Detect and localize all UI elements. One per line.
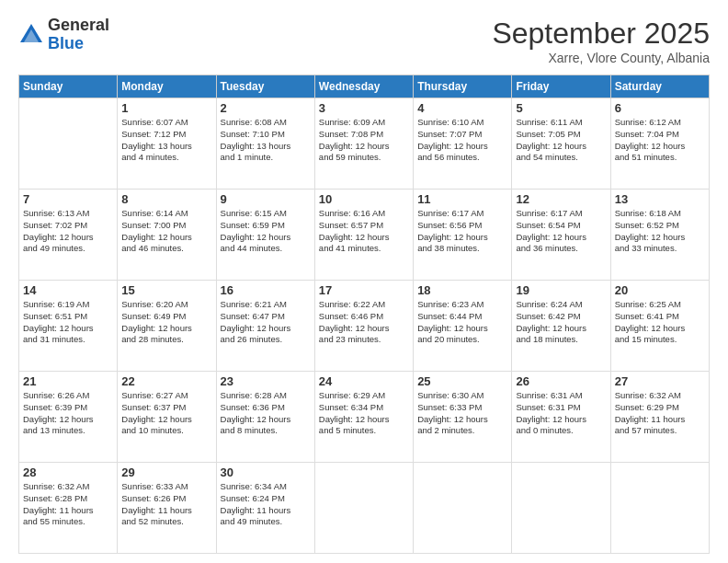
cell-info-line: Sunrise: 6:24 AM xyxy=(516,299,606,311)
calendar-week-row: 1Sunrise: 6:07 AMSunset: 7:12 PMDaylight… xyxy=(19,98,710,190)
day-number: 26 xyxy=(516,374,606,388)
location-title: Xarre, Vlore County, Albania xyxy=(492,51,710,65)
cell-info-line: Sunrise: 6:27 AM xyxy=(121,390,211,402)
cell-info-line: Sunset: 7:10 PM xyxy=(221,129,311,141)
cell-info-line: Daylight: 12 hours xyxy=(221,323,311,335)
day-number: 22 xyxy=(121,374,211,388)
cell-info-line: Daylight: 12 hours xyxy=(319,232,409,244)
calendar-cell: 1Sunrise: 6:07 AMSunset: 7:12 PMDaylight… xyxy=(118,98,216,190)
cell-info-line: Sunset: 6:29 PM xyxy=(615,402,705,414)
calendar-cell: 3Sunrise: 6:09 AMSunset: 7:08 PMDaylight… xyxy=(314,98,413,190)
cell-info-line: and 13 minutes. xyxy=(23,425,113,437)
cell-info-line: Sunrise: 6:25 AM xyxy=(615,299,705,311)
cell-info-line: and 36 minutes. xyxy=(516,243,606,255)
day-number: 17 xyxy=(319,283,409,297)
calendar-cell: 18Sunrise: 6:23 AMSunset: 6:44 PMDayligh… xyxy=(414,281,512,372)
cell-info-line: Sunrise: 6:08 AM xyxy=(221,117,311,129)
cell-info-line: Sunrise: 6:18 AM xyxy=(615,208,705,220)
cell-info-line: Daylight: 12 hours xyxy=(121,232,211,244)
cell-info-line: and 56 minutes. xyxy=(417,152,507,164)
cell-info-line: Daylight: 12 hours xyxy=(417,141,507,153)
calendar-cell: 13Sunrise: 6:18 AMSunset: 6:52 PMDayligh… xyxy=(610,190,709,281)
calendar-cell: 6Sunrise: 6:12 AMSunset: 7:04 PMDaylight… xyxy=(610,98,709,190)
calendar-cell: 28Sunrise: 6:32 AMSunset: 6:28 PMDayligh… xyxy=(19,463,118,554)
cell-info-line: Sunrise: 6:23 AM xyxy=(417,299,507,311)
cell-info-line: Sunrise: 6:31 AM xyxy=(516,390,606,402)
logo-blue: Blue xyxy=(48,35,109,53)
day-number: 18 xyxy=(417,283,507,297)
calendar-cell: 27Sunrise: 6:32 AMSunset: 6:29 PMDayligh… xyxy=(610,372,709,463)
cell-info-line: Sunrise: 6:16 AM xyxy=(319,208,409,220)
logo-icon xyxy=(18,22,44,48)
cell-info-line: Daylight: 12 hours xyxy=(516,232,606,244)
cell-info-line: and 2 minutes. xyxy=(417,425,507,437)
cell-info-line: and 10 minutes. xyxy=(121,425,211,437)
cell-info-line: Daylight: 12 hours xyxy=(319,323,409,335)
cell-info-line: and 31 minutes. xyxy=(23,334,113,346)
calendar-cell: 16Sunrise: 6:21 AMSunset: 6:47 PMDayligh… xyxy=(216,281,314,372)
cell-info-line: and 8 minutes. xyxy=(221,425,311,437)
cell-info-line: Daylight: 11 hours xyxy=(121,505,211,517)
calendar-cell: 5Sunrise: 6:11 AMSunset: 7:05 PMDaylight… xyxy=(512,98,610,190)
cell-info-line: Sunset: 6:56 PM xyxy=(417,220,507,232)
calendar-cell: 10Sunrise: 6:16 AMSunset: 6:57 PMDayligh… xyxy=(314,190,413,281)
cell-info-line: Daylight: 12 hours xyxy=(319,141,409,153)
cell-info-line: Daylight: 12 hours xyxy=(121,323,211,335)
cell-info-line: Sunset: 6:24 PM xyxy=(221,493,311,505)
cell-info-line: Daylight: 12 hours xyxy=(417,323,507,335)
cell-info-line: Sunrise: 6:15 AM xyxy=(221,208,311,220)
cell-info-line: and 20 minutes. xyxy=(417,334,507,346)
calendar-cell xyxy=(414,463,512,554)
cell-info-line: and 15 minutes. xyxy=(615,334,705,346)
day-number: 5 xyxy=(516,101,606,115)
cell-info-line: and 51 minutes. xyxy=(615,152,705,164)
calendar-header-sunday: Sunday xyxy=(19,75,118,98)
calendar-cell: 21Sunrise: 6:26 AMSunset: 6:39 PMDayligh… xyxy=(19,372,118,463)
calendar-cell: 7Sunrise: 6:13 AMSunset: 7:02 PMDaylight… xyxy=(19,190,118,281)
cell-info-line: Sunrise: 6:17 AM xyxy=(516,208,606,220)
cell-info-line: Sunrise: 6:34 AM xyxy=(221,481,311,493)
cell-info-line: Daylight: 12 hours xyxy=(23,414,113,426)
calendar-week-row: 14Sunrise: 6:19 AMSunset: 6:51 PMDayligh… xyxy=(19,281,710,372)
cell-info-line: Sunrise: 6:32 AM xyxy=(615,390,705,402)
calendar-header-tuesday: Tuesday xyxy=(216,75,314,98)
cell-info-line: Sunrise: 6:29 AM xyxy=(319,390,409,402)
cell-info-line: Sunset: 7:04 PM xyxy=(615,129,705,141)
cell-info-line: Daylight: 12 hours xyxy=(319,414,409,426)
cell-info-line: and 55 minutes. xyxy=(23,516,113,528)
calendar-cell xyxy=(512,463,610,554)
calendar-week-row: 28Sunrise: 6:32 AMSunset: 6:28 PMDayligh… xyxy=(19,463,710,554)
calendar-cell: 11Sunrise: 6:17 AMSunset: 6:56 PMDayligh… xyxy=(414,190,512,281)
cell-info-line: Sunrise: 6:21 AM xyxy=(221,299,311,311)
calendar-cell: 15Sunrise: 6:20 AMSunset: 6:49 PMDayligh… xyxy=(118,281,216,372)
day-number: 19 xyxy=(516,283,606,297)
cell-info-line: Sunset: 7:08 PM xyxy=(319,129,409,141)
cell-info-line: Daylight: 12 hours xyxy=(417,414,507,426)
logo: General Blue xyxy=(18,17,109,53)
cell-info-line: Sunset: 6:49 PM xyxy=(121,311,211,323)
day-number: 8 xyxy=(121,192,211,206)
month-title: September 2025 xyxy=(492,17,710,51)
day-number: 13 xyxy=(615,192,705,206)
cell-info-line: and 5 minutes. xyxy=(319,425,409,437)
cell-info-line: Daylight: 13 hours xyxy=(221,141,311,153)
cell-info-line: Daylight: 12 hours xyxy=(23,232,113,244)
day-number: 30 xyxy=(221,465,311,479)
cell-info-line: Sunrise: 6:14 AM xyxy=(121,208,211,220)
cell-info-line: and 49 minutes. xyxy=(23,243,113,255)
cell-info-line: and 1 minute. xyxy=(221,152,311,164)
cell-info-line: Sunset: 6:31 PM xyxy=(516,402,606,414)
cell-info-line: Sunrise: 6:17 AM xyxy=(417,208,507,220)
calendar-table: SundayMondayTuesdayWednesdayThursdayFrid… xyxy=(18,75,710,554)
day-number: 21 xyxy=(23,374,113,388)
cell-info-line: Sunrise: 6:07 AM xyxy=(121,117,211,129)
cell-info-line: Daylight: 12 hours xyxy=(615,232,705,244)
cell-info-line: Daylight: 12 hours xyxy=(221,232,311,244)
cell-info-line: and 46 minutes. xyxy=(121,243,211,255)
cell-info-line: Sunset: 7:02 PM xyxy=(23,220,113,232)
calendar-cell: 30Sunrise: 6:34 AMSunset: 6:24 PMDayligh… xyxy=(216,463,314,554)
cell-info-line: Sunset: 6:33 PM xyxy=(417,402,507,414)
calendar-cell xyxy=(610,463,709,554)
cell-info-line: Sunset: 6:52 PM xyxy=(615,220,705,232)
cell-info-line: and 28 minutes. xyxy=(121,334,211,346)
